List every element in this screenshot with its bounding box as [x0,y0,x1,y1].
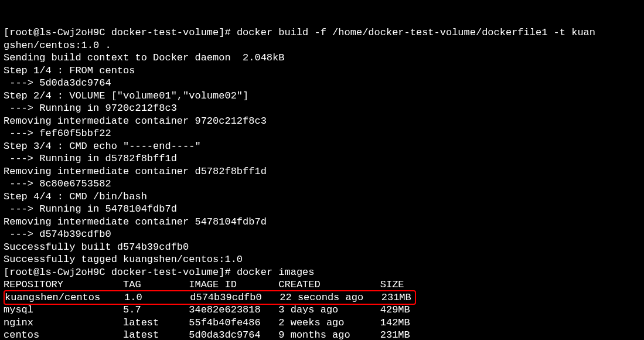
build-output: Successfully built d574b39cdfb0 [4,242,189,253]
cell-repo: mysql [4,304,123,315]
cell-repo: centos [4,329,123,340]
cell-size: 142MB [380,317,410,328]
col-id: IMAGE ID [189,279,278,290]
cell-created: 3 days ago [278,304,380,315]
cell-created: 2 weeks ago [278,317,380,328]
cell-repo: nginx [4,317,123,328]
build-output: Removing intermediate container 9720c212… [4,115,267,127]
build-output: Step 2/4 : VOLUME ["volume01","volume02"… [4,90,248,101]
cell-created: 9 months ago [278,329,380,340]
command-images: docker images [237,267,315,278]
images-header: REPOSITORY TAG IMAGE ID CREATED SIZE [4,279,404,290]
cell-size: 231MB [380,329,410,340]
shell-prompt-1: [root@ls-Cwj2oH9C docker-test-volume]# [4,27,237,38]
col-created: CREATED [278,279,380,290]
command-build-wrap: gshen/centos:1.0 . [4,40,111,51]
build-output: Step 1/4 : FROM centos [4,65,135,76]
cell-id: 55f4b40fe486 [189,317,278,328]
cell-id: 5d0da3dc9764 [189,329,278,340]
col-tag: TAG [123,279,189,290]
build-output: Removing intermediate container 5478104f… [4,216,267,227]
build-output: ---> Running in 9720c212f8c3 [4,103,177,114]
cell-size: 231MB [381,292,411,303]
table-row: centos latest 5d0da3dc9764 9 months ago … [4,329,410,340]
build-output: Step 3/4 : CMD echo "----end----" [4,141,201,152]
cell-id: d574b39cdfb0 [190,292,280,303]
cell-tag: latest [123,317,189,328]
build-output: ---> 8c80e6753582 [4,178,111,189]
cell-size: 429MB [380,304,410,315]
cell-tag: latest [123,329,189,340]
build-output: ---> Running in d5782f8bff1d [4,153,177,164]
cell-id: 34e82e623818 [189,304,278,315]
cell-tag: 5.7 [123,304,189,315]
table-row: nginx latest 55f4b40fe486 2 weeks ago 14… [4,317,410,328]
build-output: ---> fef60f5bbf22 [4,128,111,139]
cell-tag: 1.0 [124,292,190,303]
table-row-highlighted: kuangshen/centos 1.0 d574b39cdfb0 22 sec… [4,290,416,305]
build-output: Successfully tagged kuangshen/centos:1.0 [4,254,243,265]
build-output: ---> 5d0da3dc9764 [4,77,111,89]
command-build: docker build -f /home/docker-test-volume… [237,27,595,38]
shell-prompt-2: [root@ls-Cwj2oH9C docker-test-volume]# [4,267,237,278]
cell-repo: kuangshen/centos [5,292,124,303]
table-row: mysql 5.7 34e82e623818 3 days ago 429MB [4,304,410,315]
build-output: Sending build context to Docker daemon 2… [4,52,284,63]
build-output: ---> d574b39cdfb0 [4,229,111,240]
cell-created: 22 seconds ago [280,292,381,303]
build-output: ---> Running in 5478104fdb7d [4,203,177,215]
build-output: Step 4/4 : CMD /bin/bash [4,191,147,202]
build-output: Removing intermediate container d5782f8b… [4,166,267,177]
col-size: SIZE [380,279,404,290]
col-repo: REPOSITORY [4,279,123,290]
